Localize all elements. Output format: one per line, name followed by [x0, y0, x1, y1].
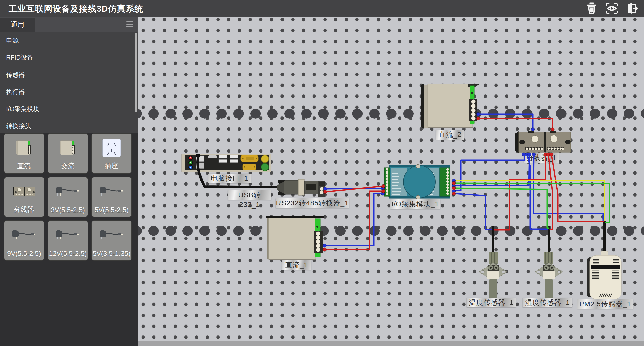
palette-tile-12V(5.5-2.5)[interactable]: 12V(5.5-2.5)	[48, 220, 88, 261]
tile-label: 5V(5.5-2.5)	[92, 206, 131, 214]
tile-label: 分线器	[4, 205, 44, 214]
menu-button[interactable]	[126, 20, 134, 28]
sidebar-scrollbar[interactable]	[135, 33, 137, 112]
tile-label: 9V(5.5-2.5)	[4, 250, 44, 258]
preview-button[interactable]	[605, 2, 618, 15]
exit-icon	[625, 2, 638, 15]
palette-tile-3V(5.5-2.5)[interactable]: 3V(5.5-2.5)	[48, 177, 88, 217]
category-item-3[interactable]: 执行器	[0, 83, 138, 100]
tile-label: 插座	[92, 161, 131, 170]
tile-label: 3V(5.5-2.5)	[48, 206, 88, 214]
adapter-icon	[4, 223, 44, 247]
adapter-icon	[92, 223, 131, 247]
tab-general[interactable]: 通用	[0, 18, 35, 32]
floor-edge	[138, 341, 644, 346]
palette-tile-直流[interactable]: 直流	[4, 133, 44, 174]
category-list: 电源RFID设备传感器执行器I/O采集模块转换接头	[0, 32, 138, 133]
delete-button[interactable]	[585, 2, 598, 15]
splitter-icon	[4, 180, 44, 203]
workspace-canvas[interactable]	[138, 17, 644, 346]
app-title: 工业互联网设备及接线3D仿真系统	[9, 4, 143, 14]
adapter-icon	[48, 223, 88, 247]
power-supply-icon	[4, 136, 44, 159]
title-bar: 工业互联网设备及接线3D仿真系统	[0, 0, 644, 17]
category-item-1[interactable]: RFID设备	[0, 49, 138, 66]
category-item-2[interactable]: 传感器	[0, 66, 138, 83]
palette-tile-5V(3.5-1.35)[interactable]: 5V(3.5-1.35)	[91, 220, 132, 261]
tile-label: 直流	[4, 161, 44, 170]
tile-label: 交流	[48, 161, 88, 170]
category-item-0[interactable]: 电源	[0, 32, 138, 49]
palette-tile-9V(5.5-2.5)[interactable]: 9V(5.5-2.5)	[4, 220, 44, 261]
palette-tile-分线器[interactable]: 分线器	[4, 177, 44, 217]
app-window: 工业互联网设备及接线3D仿真系统	[0, 0, 644, 346]
exit-button[interactable]	[625, 2, 638, 15]
socket-icon	[92, 136, 131, 159]
toolbar	[585, 2, 638, 15]
device-palette: 直流交流插座分线器3V(5.5-2.5)5V(5.5-2.5)9V(5.5-2.…	[0, 133, 138, 346]
adapter-icon	[92, 180, 131, 203]
category-item-5[interactable]: 转换接头	[0, 117, 138, 134]
trash-icon	[585, 2, 598, 15]
tile-label: 12V(5.5-2.5)	[48, 250, 88, 258]
category-item-4[interactable]: I/O采集模块	[0, 100, 138, 117]
pegboard-hole-row	[138, 109, 644, 119]
sidebar-header: 通用	[0, 17, 138, 32]
hamburger-icon	[126, 21, 133, 22]
tile-label: 5V(3.5-1.35)	[92, 250, 131, 258]
power-supply-icon	[48, 136, 88, 159]
adapter-icon	[48, 180, 88, 203]
pegboard-hole-row	[138, 226, 644, 236]
palette-tile-交流[interactable]: 交流	[48, 133, 88, 174]
palette-tile-5V(5.5-2.5)[interactable]: 5V(5.5-2.5)	[91, 177, 132, 217]
eye-preview-icon	[605, 2, 618, 15]
sidebar: 通用 电源RFID设备传感器执行器I/O采集模块转换接头 直流交流插座分线器3V…	[0, 17, 138, 346]
palette-tile-插座[interactable]: 插座	[91, 133, 132, 174]
